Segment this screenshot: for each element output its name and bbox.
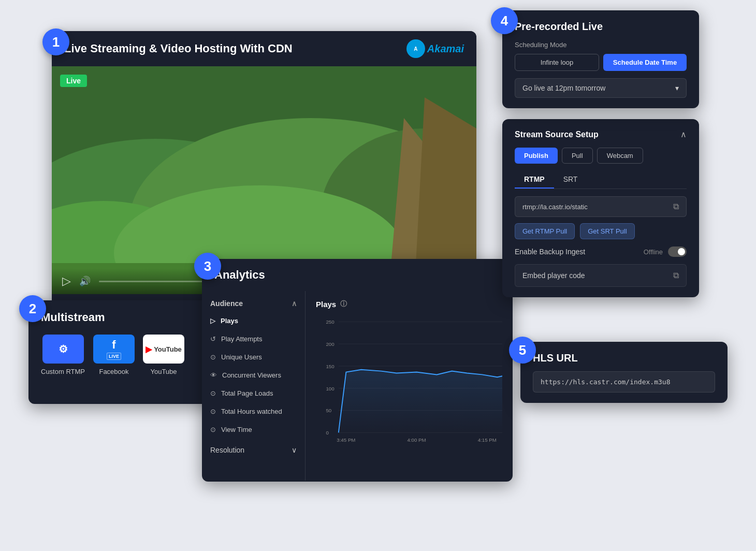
badge-4: 4	[491, 7, 518, 34]
analytics-concurrent-viewers[interactable]: 👁 Concurrent Viewers	[202, 366, 305, 384]
scheduling-mode-label: Scheduling Mode	[515, 41, 687, 49]
facebook-logo: f	[112, 338, 115, 352]
hls-panel: HLS URL https://hls.castr.com/index.m3u8	[520, 342, 728, 403]
prerecorded-panel: Pre-recorded Live Scheduling Mode Infint…	[502, 10, 699, 108]
backup-ingest-row: Enable Backup Ingest Offline	[515, 247, 687, 257]
badge-2: 2	[19, 295, 46, 322]
srt-protocol-tab[interactable]: SRT	[554, 171, 587, 189]
stream-source-tabs: Publish Pull Webcam	[515, 148, 687, 164]
svg-text:150: 150	[326, 364, 335, 369]
analytics-body: Audience ∧ ▷ Plays ↺ Play Attempts ⊙ Uni…	[202, 291, 513, 481]
plays-chart: 250 200 150 100 50 0 3:45 PM 4:00 PM	[316, 315, 502, 450]
play-icon[interactable]: ▷	[62, 274, 71, 288]
schedule-dropdown[interactable]: Go live at 12pm tomorrow ▾	[515, 78, 687, 98]
get-rtmp-pull-button[interactable]: Get RTMP Pull	[515, 223, 575, 239]
infinite-loop-button[interactable]: Infinte loop	[515, 54, 599, 71]
akamai-logo: A Akamai	[406, 39, 464, 58]
hours-watched-icon: ⊙	[210, 408, 216, 415]
video-header: Live Streaming & Video Hosting With CDN …	[52, 31, 476, 66]
svg-text:3:45 PM: 3:45 PM	[337, 437, 355, 443]
stream-setup-title: Stream Source Setup	[515, 130, 599, 139]
analytics-hours-watched[interactable]: ⊙ Total Hours watched	[202, 402, 305, 421]
plays-icon: ▷	[210, 317, 215, 325]
copy-embed-code-icon[interactable]: ⧉	[673, 271, 679, 280]
akamai-text: Akamai	[427, 43, 464, 55]
stream-setup-header: Stream Source Setup ∧	[515, 129, 687, 139]
svg-text:250: 250	[326, 319, 335, 325]
badge-5: 5	[509, 337, 536, 364]
offline-status: Offline	[644, 248, 663, 256]
chart-info-icon[interactable]: ⓘ	[340, 299, 347, 309]
platform-youtube[interactable]: ▶ YouTube YouTube	[143, 335, 184, 375]
view-time-icon: ⊙	[210, 426, 216, 433]
youtube-logo: ▶ YouTube	[146, 344, 182, 354]
protocol-tabs: RTMP SRT	[515, 171, 687, 189]
analytics-plays[interactable]: ▷ Plays	[202, 312, 305, 330]
youtube-icon: ▶ YouTube	[143, 335, 184, 364]
svg-text:200: 200	[326, 341, 335, 347]
akamai-circle: A	[406, 39, 425, 58]
svg-text:4:00 PM: 4:00 PM	[407, 437, 426, 443]
svg-text:0: 0	[326, 430, 329, 436]
multistream-title: Multistream	[41, 311, 218, 324]
svg-text:100: 100	[326, 386, 335, 392]
collapse-icon[interactable]: ∧	[680, 129, 687, 139]
analytics-title: Analytics	[202, 259, 513, 291]
page-loads-icon: ⊙	[210, 389, 216, 397]
publish-tab[interactable]: Publish	[515, 148, 558, 164]
analytics-panel: Analytics Audience ∧ ▷ Plays ↺ Play Atte…	[202, 259, 513, 482]
hls-title: HLS URL	[533, 352, 715, 364]
svg-text:4:15 PM: 4:15 PM	[478, 437, 497, 443]
backup-ingest-label: Enable Backup Ingest	[515, 248, 585, 256]
live-badge: Live	[60, 75, 87, 87]
unique-users-icon: ⊙	[210, 353, 216, 361]
hls-url-value[interactable]: https://hls.castr.com/index.m3u8	[533, 371, 715, 393]
scheduling-buttons: Infinte loop Schedule Date Time	[515, 54, 687, 71]
schedule-date-time-button[interactable]: Schedule Date Time	[603, 54, 687, 71]
stream-setup-panel: Stream Source Setup ∧ Publish Pull Webca…	[502, 119, 699, 297]
analytics-view-time[interactable]: ⊙ View Time	[202, 421, 305, 439]
rtmp-url-field: rtmp://la.castr.io/static ⧉	[515, 196, 687, 217]
embed-player-label: Embed player code	[522, 271, 585, 280]
dropdown-chevron-icon: ▾	[675, 84, 679, 92]
youtube-label: YouTube	[150, 368, 177, 375]
video-title: Live Streaming & Video Hosting With CDN	[64, 42, 293, 55]
platform-facebook[interactable]: f LIVE Facebook	[93, 335, 135, 375]
gear-icon: ⚙	[59, 343, 68, 355]
facebook-icon: f LIVE	[93, 335, 135, 364]
live-tag: LIVE	[107, 353, 121, 360]
copy-rtmp-url-icon[interactable]: ⧉	[673, 202, 679, 211]
backup-ingest-toggle[interactable]	[668, 247, 687, 257]
pull-tab[interactable]: Pull	[562, 148, 593, 164]
multistream-panel: Multistream ⚙ Custom RTMP f LIVE Faceboo…	[28, 300, 230, 404]
analytics-page-loads[interactable]: ⊙ Total Page Loads	[202, 384, 305, 402]
get-srt-pull-button[interactable]: Get SRT Pull	[580, 223, 634, 239]
prerecorded-title: Pre-recorded Live	[515, 21, 687, 33]
badge-1: 1	[42, 28, 69, 55]
play-attempts-icon: ↺	[210, 335, 216, 343]
rtmp-url-value: rtmp://la.castr.io/static	[522, 203, 673, 211]
concurrent-viewers-icon: 👁	[210, 371, 217, 379]
analytics-unique-users[interactable]: ⊙ Unique Users	[202, 348, 305, 366]
analytics-play-attempts[interactable]: ↺ Play Attempts	[202, 330, 305, 348]
analytics-chart-area: Plays ⓘ 250 200 150 100 50 0	[306, 291, 513, 481]
resolution-row[interactable]: Resolution ∨	[202, 441, 305, 459]
custom-rtmp-icon: ⚙	[42, 335, 84, 364]
webcam-tab[interactable]: Webcam	[597, 148, 643, 164]
svg-text:50: 50	[326, 408, 331, 413]
embed-player-row[interactable]: Embed player code ⧉	[515, 264, 687, 287]
facebook-label: Facebook	[99, 368, 128, 375]
volume-icon[interactable]: 🔊	[79, 276, 91, 287]
backup-ingest-control: Offline	[644, 247, 687, 257]
audience-header: Audience ∧	[202, 295, 305, 312]
chart-title: Plays ⓘ	[316, 299, 502, 309]
badge-3: 3	[194, 253, 221, 280]
platform-custom-rtmp[interactable]: ⚙ Custom RTMP	[41, 335, 85, 375]
pull-buttons: Get RTMP Pull Get SRT Pull	[515, 223, 687, 239]
stream-platforms: ⚙ Custom RTMP f LIVE Facebook ▶ YouTube …	[41, 335, 218, 375]
custom-rtmp-label: Custom RTMP	[41, 368, 85, 375]
rtmp-protocol-tab[interactable]: RTMP	[515, 171, 554, 189]
analytics-sidebar: Audience ∧ ▷ Plays ↺ Play Attempts ⊙ Uni…	[202, 291, 306, 481]
